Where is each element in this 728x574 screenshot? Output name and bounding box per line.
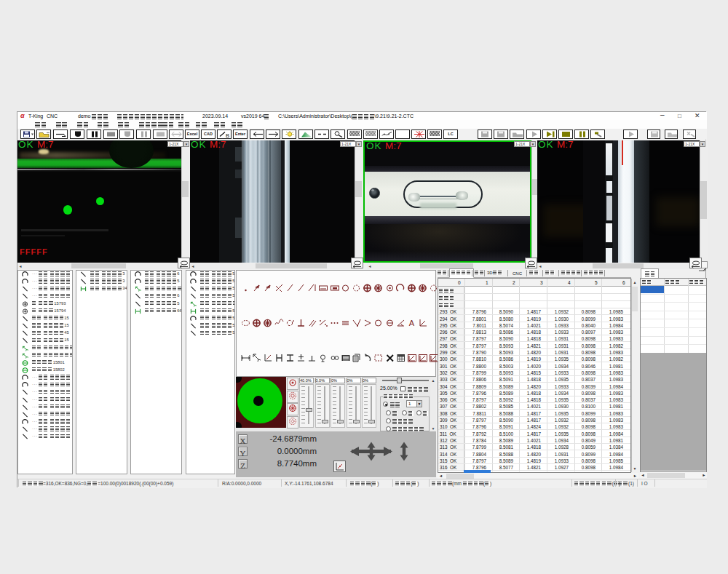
- svg-text:Z: Z: [240, 462, 245, 470]
- svg-text:B: B: [226, 132, 229, 138]
- svg-text:Y: Y: [240, 450, 246, 458]
- svg-text:X: X: [240, 437, 246, 445]
- svg-text:A: A: [409, 319, 415, 327]
